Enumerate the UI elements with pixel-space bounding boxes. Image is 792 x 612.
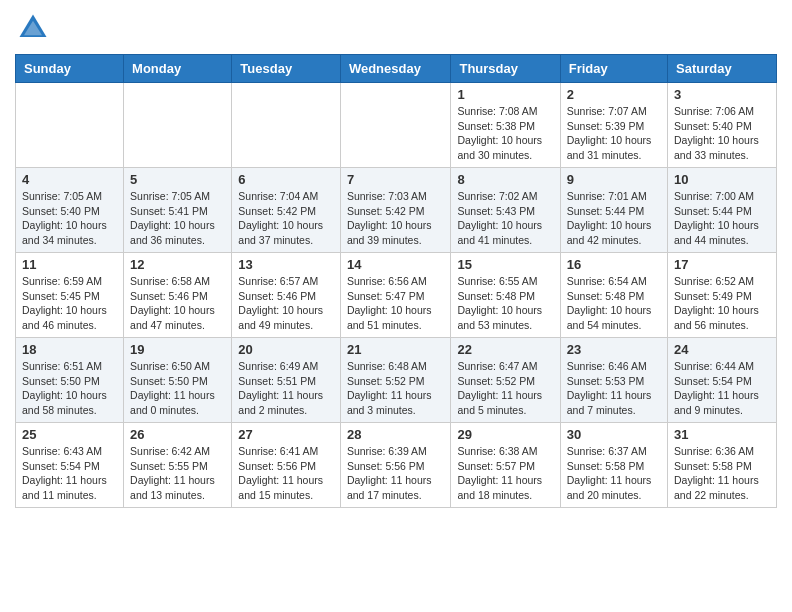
day-number: 26	[130, 427, 225, 442]
calendar-cell: 1Sunrise: 7:08 AM Sunset: 5:38 PM Daylig…	[451, 83, 560, 168]
calendar-cell: 18Sunrise: 6:51 AM Sunset: 5:50 PM Dayli…	[16, 338, 124, 423]
day-number: 14	[347, 257, 445, 272]
calendar-cell: 31Sunrise: 6:36 AM Sunset: 5:58 PM Dayli…	[668, 423, 777, 508]
calendar-cell: 23Sunrise: 6:46 AM Sunset: 5:53 PM Dayli…	[560, 338, 667, 423]
day-number: 15	[457, 257, 553, 272]
day-number: 2	[567, 87, 661, 102]
day-info: Sunrise: 7:01 AM Sunset: 5:44 PM Dayligh…	[567, 189, 661, 248]
day-of-week-header: Tuesday	[232, 55, 341, 83]
day-number: 20	[238, 342, 334, 357]
calendar-cell: 26Sunrise: 6:42 AM Sunset: 5:55 PM Dayli…	[124, 423, 232, 508]
day-number: 18	[22, 342, 117, 357]
day-number: 31	[674, 427, 770, 442]
calendar-cell: 12Sunrise: 6:58 AM Sunset: 5:46 PM Dayli…	[124, 253, 232, 338]
day-info: Sunrise: 6:54 AM Sunset: 5:48 PM Dayligh…	[567, 274, 661, 333]
day-number: 24	[674, 342, 770, 357]
day-info: Sunrise: 6:49 AM Sunset: 5:51 PM Dayligh…	[238, 359, 334, 418]
day-of-week-header: Saturday	[668, 55, 777, 83]
day-info: Sunrise: 6:57 AM Sunset: 5:46 PM Dayligh…	[238, 274, 334, 333]
day-number: 22	[457, 342, 553, 357]
calendar-cell: 10Sunrise: 7:00 AM Sunset: 5:44 PM Dayli…	[668, 168, 777, 253]
day-info: Sunrise: 7:04 AM Sunset: 5:42 PM Dayligh…	[238, 189, 334, 248]
day-number: 17	[674, 257, 770, 272]
day-info: Sunrise: 6:39 AM Sunset: 5:56 PM Dayligh…	[347, 444, 445, 503]
day-info: Sunrise: 7:08 AM Sunset: 5:38 PM Dayligh…	[457, 104, 553, 163]
day-info: Sunrise: 7:05 AM Sunset: 5:40 PM Dayligh…	[22, 189, 117, 248]
day-info: Sunrise: 7:03 AM Sunset: 5:42 PM Dayligh…	[347, 189, 445, 248]
calendar-cell: 4Sunrise: 7:05 AM Sunset: 5:40 PM Daylig…	[16, 168, 124, 253]
day-number: 11	[22, 257, 117, 272]
day-info: Sunrise: 7:00 AM Sunset: 5:44 PM Dayligh…	[674, 189, 770, 248]
day-info: Sunrise: 6:46 AM Sunset: 5:53 PM Dayligh…	[567, 359, 661, 418]
day-info: Sunrise: 7:07 AM Sunset: 5:39 PM Dayligh…	[567, 104, 661, 163]
calendar-cell: 20Sunrise: 6:49 AM Sunset: 5:51 PM Dayli…	[232, 338, 341, 423]
day-number: 25	[22, 427, 117, 442]
day-number: 10	[674, 172, 770, 187]
day-info: Sunrise: 6:56 AM Sunset: 5:47 PM Dayligh…	[347, 274, 445, 333]
calendar-header-row: SundayMondayTuesdayWednesdayThursdayFrid…	[16, 55, 777, 83]
day-of-week-header: Thursday	[451, 55, 560, 83]
day-number: 3	[674, 87, 770, 102]
calendar-cell: 22Sunrise: 6:47 AM Sunset: 5:52 PM Dayli…	[451, 338, 560, 423]
day-number: 19	[130, 342, 225, 357]
day-number: 13	[238, 257, 334, 272]
calendar-cell: 11Sunrise: 6:59 AM Sunset: 5:45 PM Dayli…	[16, 253, 124, 338]
calendar-week-row: 11Sunrise: 6:59 AM Sunset: 5:45 PM Dayli…	[16, 253, 777, 338]
calendar-cell: 27Sunrise: 6:41 AM Sunset: 5:56 PM Dayli…	[232, 423, 341, 508]
page-header	[15, 10, 777, 46]
day-info: Sunrise: 7:02 AM Sunset: 5:43 PM Dayligh…	[457, 189, 553, 248]
day-info: Sunrise: 6:52 AM Sunset: 5:49 PM Dayligh…	[674, 274, 770, 333]
day-number: 16	[567, 257, 661, 272]
day-number: 21	[347, 342, 445, 357]
day-number: 27	[238, 427, 334, 442]
calendar-cell: 29Sunrise: 6:38 AM Sunset: 5:57 PM Dayli…	[451, 423, 560, 508]
calendar-cell: 6Sunrise: 7:04 AM Sunset: 5:42 PM Daylig…	[232, 168, 341, 253]
calendar-cell	[16, 83, 124, 168]
day-info: Sunrise: 6:55 AM Sunset: 5:48 PM Dayligh…	[457, 274, 553, 333]
day-info: Sunrise: 6:51 AM Sunset: 5:50 PM Dayligh…	[22, 359, 117, 418]
day-info: Sunrise: 6:43 AM Sunset: 5:54 PM Dayligh…	[22, 444, 117, 503]
calendar-cell: 28Sunrise: 6:39 AM Sunset: 5:56 PM Dayli…	[340, 423, 451, 508]
calendar-cell: 30Sunrise: 6:37 AM Sunset: 5:58 PM Dayli…	[560, 423, 667, 508]
day-info: Sunrise: 6:59 AM Sunset: 5:45 PM Dayligh…	[22, 274, 117, 333]
day-info: Sunrise: 6:50 AM Sunset: 5:50 PM Dayligh…	[130, 359, 225, 418]
calendar-cell: 24Sunrise: 6:44 AM Sunset: 5:54 PM Dayli…	[668, 338, 777, 423]
calendar-cell	[232, 83, 341, 168]
calendar-cell: 25Sunrise: 6:43 AM Sunset: 5:54 PM Dayli…	[16, 423, 124, 508]
calendar-cell: 2Sunrise: 7:07 AM Sunset: 5:39 PM Daylig…	[560, 83, 667, 168]
calendar-cell: 14Sunrise: 6:56 AM Sunset: 5:47 PM Dayli…	[340, 253, 451, 338]
day-number: 12	[130, 257, 225, 272]
calendar-cell: 16Sunrise: 6:54 AM Sunset: 5:48 PM Dayli…	[560, 253, 667, 338]
day-info: Sunrise: 6:37 AM Sunset: 5:58 PM Dayligh…	[567, 444, 661, 503]
calendar-cell	[124, 83, 232, 168]
day-number: 30	[567, 427, 661, 442]
day-number: 23	[567, 342, 661, 357]
calendar-cell	[340, 83, 451, 168]
day-of-week-header: Friday	[560, 55, 667, 83]
day-of-week-header: Monday	[124, 55, 232, 83]
calendar-cell: 17Sunrise: 6:52 AM Sunset: 5:49 PM Dayli…	[668, 253, 777, 338]
day-number: 4	[22, 172, 117, 187]
calendar-cell: 9Sunrise: 7:01 AM Sunset: 5:44 PM Daylig…	[560, 168, 667, 253]
day-info: Sunrise: 6:42 AM Sunset: 5:55 PM Dayligh…	[130, 444, 225, 503]
calendar-cell: 5Sunrise: 7:05 AM Sunset: 5:41 PM Daylig…	[124, 168, 232, 253]
day-info: Sunrise: 6:44 AM Sunset: 5:54 PM Dayligh…	[674, 359, 770, 418]
logo-icon	[15, 10, 51, 46]
day-number: 28	[347, 427, 445, 442]
calendar-week-row: 4Sunrise: 7:05 AM Sunset: 5:40 PM Daylig…	[16, 168, 777, 253]
calendar-week-row: 25Sunrise: 6:43 AM Sunset: 5:54 PM Dayli…	[16, 423, 777, 508]
calendar-table: SundayMondayTuesdayWednesdayThursdayFrid…	[15, 54, 777, 508]
calendar-week-row: 18Sunrise: 6:51 AM Sunset: 5:50 PM Dayli…	[16, 338, 777, 423]
day-number: 6	[238, 172, 334, 187]
day-number: 8	[457, 172, 553, 187]
day-info: Sunrise: 7:05 AM Sunset: 5:41 PM Dayligh…	[130, 189, 225, 248]
day-number: 1	[457, 87, 553, 102]
calendar-cell: 3Sunrise: 7:06 AM Sunset: 5:40 PM Daylig…	[668, 83, 777, 168]
calendar-cell: 7Sunrise: 7:03 AM Sunset: 5:42 PM Daylig…	[340, 168, 451, 253]
calendar-cell: 13Sunrise: 6:57 AM Sunset: 5:46 PM Dayli…	[232, 253, 341, 338]
calendar-cell: 15Sunrise: 6:55 AM Sunset: 5:48 PM Dayli…	[451, 253, 560, 338]
day-info: Sunrise: 6:41 AM Sunset: 5:56 PM Dayligh…	[238, 444, 334, 503]
day-number: 5	[130, 172, 225, 187]
day-of-week-header: Wednesday	[340, 55, 451, 83]
calendar-cell: 19Sunrise: 6:50 AM Sunset: 5:50 PM Dayli…	[124, 338, 232, 423]
